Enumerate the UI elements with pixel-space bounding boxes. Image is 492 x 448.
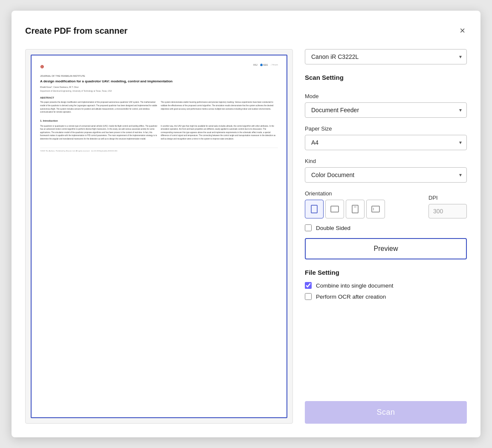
close-button[interactable]: × (458, 24, 467, 37)
landscape-orientation-button[interactable] (325, 200, 344, 218)
landscape-rotated-orientation-button[interactable] (366, 200, 385, 218)
ocr-label[interactable]: Perform OCR after creation (316, 294, 386, 300)
combine-row: Combine into single document (305, 282, 467, 289)
dialog-header: Create PDF from scanner × (25, 24, 467, 37)
mode-select[interactable]: Document Feeder Flatbed (305, 102, 467, 118)
dpi-label: DPI (428, 195, 467, 201)
file-setting-title: File Setting (305, 269, 467, 276)
kind-label: Kind (305, 158, 467, 164)
combine-checkbox[interactable] (305, 282, 312, 289)
doc-right-logos: RSJ 🔵 IEEE ∴ Scopus (253, 63, 278, 67)
doc-journal: JOURNAL OF THE FRANKLIN INSTITUTE (40, 74, 278, 78)
dpi-input[interactable] (428, 204, 467, 218)
orientation-buttons (305, 200, 422, 218)
paper-size-select-wrapper: A4 Letter Legal A3 ▾ (305, 135, 467, 150)
preview-panel: ⊕ RSJ 🔵 IEEE ∴ Scopus JOURNAL OF THE FRA… (25, 49, 293, 424)
doc-section-right: In another way, the UAV type that might … (161, 125, 278, 141)
scan-button[interactable]: Scan (305, 401, 467, 424)
doc-authors: Khalid Essa*, Cezar Dariescu, M.T. Onur (40, 85, 278, 89)
kind-select-wrapper: Color Document Grayscale Document Black … (305, 167, 467, 183)
create-pdf-dialog: Create PDF from scanner × ⊕ RSJ 🔵 IEEE ∴… (12, 11, 480, 437)
ocr-row: Perform OCR after creation (305, 293, 467, 300)
doc-abstract-label: ABSTRACT (40, 96, 278, 100)
orientation-block: Orientation (305, 190, 422, 218)
doc-main-title: A design modification for a quadrotor UA… (40, 79, 278, 84)
svg-rect-1 (331, 206, 339, 212)
document-preview: ⊕ RSJ 🔵 IEEE ∴ Scopus JOURNAL OF THE FRA… (31, 55, 287, 418)
preview-button[interactable]: Preview (305, 238, 467, 259)
kind-select[interactable]: Color Document Grayscale Document Black … (305, 167, 467, 183)
paper-size-label: Paper Size (305, 125, 467, 132)
ocr-checkbox[interactable] (305, 293, 312, 300)
doc-body-left: This paper presents the design modificat… (40, 101, 157, 114)
orientation-dpi-row: Orientation (305, 190, 467, 218)
doc-section-columns: The quadrotor or quadcopter is a remote … (40, 125, 278, 143)
mode-label: Mode (305, 93, 467, 99)
doc-logo: ⊕ (40, 63, 44, 71)
dpi-block: DPI (428, 195, 467, 218)
scanner-select[interactable]: Canon iR C3222L HP LaserJet Epson WF-382… (305, 49, 467, 64)
doc-section-left: The quadrotor or quadcopter is a remote … (40, 125, 157, 141)
svg-rect-2 (352, 205, 358, 213)
combine-label[interactable]: Combine into single document (316, 282, 394, 289)
doc-section-title: 1. Introduction (40, 119, 278, 123)
dialog-title: Create PDF from scanner (25, 26, 127, 36)
orientation-label: Orientation (305, 190, 422, 197)
double-sided-checkbox[interactable] (305, 224, 312, 231)
svg-rect-0 (311, 205, 317, 213)
mode-select-wrapper: Document Feeder Flatbed ▾ (305, 102, 467, 118)
doc-body-columns: This paper presents the design modificat… (40, 101, 278, 116)
dialog-body: ⊕ RSJ 🔵 IEEE ∴ Scopus JOURNAL OF THE FRA… (25, 49, 467, 424)
double-sided-row: Double Sided (305, 224, 467, 231)
portrait-orientation-button[interactable] (305, 200, 324, 218)
double-sided-label[interactable]: Double Sided (316, 225, 350, 231)
doc-footer: ©2023 The Authors. Published by Elsevier… (40, 148, 278, 152)
scanner-select-wrapper: Canon iR C3222L HP LaserJet Epson WF-382… (305, 49, 467, 64)
scan-setting-title: Scan Setting (305, 74, 467, 81)
doc-body-right: The system demonstrates stable hovering … (161, 101, 278, 114)
settings-panel: Canon iR C3222L HP LaserJet Epson WF-382… (305, 49, 467, 424)
svg-rect-4 (372, 206, 379, 212)
document-mock-content: ⊕ RSJ 🔵 IEEE ∴ Scopus JOURNAL OF THE FRA… (32, 55, 287, 160)
paper-size-select[interactable]: A4 Letter Legal A3 (305, 135, 467, 150)
portrait-rotated-orientation-button[interactable] (346, 200, 365, 218)
doc-affiliation: Department of Electrical Engineering, Un… (40, 90, 278, 93)
